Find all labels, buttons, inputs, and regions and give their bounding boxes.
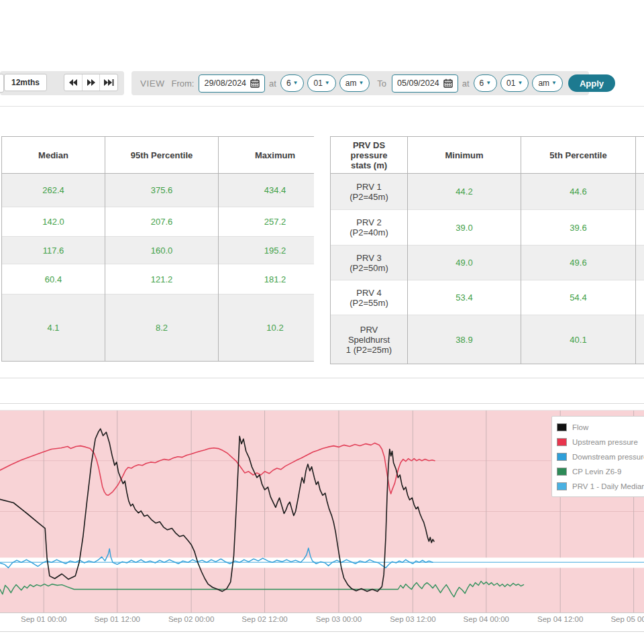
flow-stats-table: Median95th PercentileMaximum262.4375.643…	[1, 136, 314, 362]
value-cell: 10.2	[219, 294, 315, 362]
value-cell: 49.6	[521, 246, 636, 280]
legend-item[interactable]: PRV 1 - Daily Median	[557, 479, 644, 494]
table-row: 4.18.210.2	[2, 294, 315, 362]
from-date-input[interactable]: 29/08/2024	[199, 74, 265, 93]
legend-item[interactable]: Flow	[557, 420, 644, 435]
from-label: From:	[172, 78, 195, 89]
from-minute-value: 01	[313, 78, 322, 88]
legend-swatch	[557, 423, 567, 431]
rewind-icon	[68, 78, 78, 87]
column-header: Maximum	[219, 137, 315, 174]
to-date-input[interactable]: 05/09/2024	[392, 74, 458, 93]
chevron-down-icon: ▼	[293, 80, 299, 86]
value-cell: 257.2	[219, 207, 315, 237]
value-cell	[636, 315, 644, 364]
legend-label: Downstream pressure	[572, 453, 644, 461]
table-row: PRV 1 (P2=45m)44.244.6	[331, 174, 644, 210]
toolbar-view-group: VIEW From: 29/08/2024 at 6 ▼ 01 ▼ am ▼	[131, 71, 589, 95]
column-header: 95th Percentile	[105, 137, 219, 174]
row-header-cell: PRV Speldhurst 1 (P2=25m)	[331, 315, 408, 364]
chevron-down-icon: ▼	[486, 80, 491, 86]
rewind-button[interactable]	[64, 74, 82, 91]
divider	[0, 378, 644, 378]
nav-button-group	[64, 74, 118, 91]
legend-label: Upstream pressure	[572, 438, 638, 446]
value-cell	[636, 246, 644, 280]
period-button-12mths[interactable]: 12mths	[4, 74, 47, 91]
legend-swatch	[557, 453, 567, 461]
at-label: at	[269, 78, 276, 89]
value-cell: 53.4	[408, 280, 521, 315]
table-row: PRV Speldhurst 1 (P2=25m)38.940.1	[331, 315, 644, 364]
chevron-down-icon: ▼	[358, 80, 364, 86]
from-hour-value: 6	[286, 78, 291, 88]
table-row: PRV 2 (P2=40m)39.039.6	[331, 210, 644, 246]
chart-canvas	[0, 410, 644, 613]
plot-area	[0, 410, 644, 613]
row-header-cell: PRV 2 (P2=40m)	[331, 210, 408, 246]
value-cell: 54.4	[521, 280, 636, 315]
skip-to-end-icon	[104, 78, 114, 87]
x-axis-label: Sep 03 00:00	[316, 615, 362, 623]
pressure-stats-table: PRV DS pressure stats (m)Minimum5th Perc…	[330, 136, 644, 364]
fast-forward-button[interactable]	[82, 74, 100, 91]
to-minute-value: 01	[506, 78, 515, 88]
chevron-down-icon: ▼	[517, 80, 523, 86]
calendar-icon	[250, 78, 260, 88]
page: 12mths VIEW From: 29/	[0, 0, 644, 644]
value-cell: 8.2	[105, 294, 219, 362]
calendar-icon	[443, 78, 453, 88]
table-row: PRV 4 (P2=55m)53.454.4	[331, 280, 644, 315]
column-header: PRV DS pressure stats (m)	[331, 137, 408, 174]
from-ampm-select[interactable]: am ▼	[339, 74, 370, 92]
to-ampm-select[interactable]: am ▼	[532, 74, 563, 92]
row-header-cell: PRV 1 (P2=45m)	[331, 174, 408, 210]
value-cell: 39.6	[521, 210, 636, 246]
legend-item[interactable]: CP Levin Z6-9	[557, 464, 644, 479]
value-cell: 49.0	[408, 246, 521, 280]
legend-swatch	[557, 482, 567, 490]
value-cell: 121.2	[105, 264, 219, 294]
value-cell: 195.2	[219, 237, 315, 264]
legend-label: Flow	[572, 423, 588, 431]
divider	[0, 106, 644, 107]
value-cell: 142.0	[2, 207, 105, 237]
apply-button[interactable]: Apply	[568, 74, 615, 92]
skip-to-end-button[interactable]	[99, 74, 117, 91]
value-cell: 40.1	[521, 315, 636, 364]
value-cell: 38.9	[408, 315, 521, 364]
value-cell: 434.4	[219, 174, 315, 207]
legend-item[interactable]: Downstream pressure	[557, 449, 644, 464]
from-minute-select[interactable]: 01 ▼	[307, 74, 335, 92]
legend-swatch	[557, 468, 567, 476]
table-row: 262.4375.6434.4	[2, 174, 315, 207]
x-axis-label: Sep 05 00:00	[610, 615, 644, 623]
value-cell: 44.6	[521, 174, 636, 210]
from-ampm-value: am	[345, 78, 357, 88]
value-cell: 44.2	[408, 174, 521, 210]
column-header	[636, 137, 644, 174]
to-hour-select[interactable]: 6 ▼	[474, 74, 498, 92]
value-cell	[636, 210, 644, 246]
column-header: 5th Percentile	[521, 137, 636, 174]
x-axis-label: Sep 04 00:00	[464, 615, 509, 623]
to-minute-select[interactable]: 01 ▼	[500, 74, 529, 92]
table-header-row: Median95th PercentileMaximum	[2, 137, 315, 174]
to-label: To	[377, 78, 386, 89]
value-cell: 60.4	[2, 264, 105, 294]
column-header: Median	[2, 137, 105, 174]
from-hour-select[interactable]: 6 ▼	[280, 74, 305, 92]
chevron-down-icon: ▼	[551, 80, 557, 86]
to-ampm-value: am	[538, 78, 549, 88]
at-label: at	[462, 78, 470, 89]
value-cell	[636, 280, 644, 315]
legend-label: CP Levin Z6-9	[572, 468, 621, 476]
legend-item[interactable]: Upstream pressure	[557, 435, 644, 449]
row-header-cell: PRV 4 (P2=55m)	[331, 280, 408, 315]
value-cell: 39.0	[408, 210, 521, 246]
value-cell	[636, 174, 644, 210]
x-axis-label: Sep 04 12:00	[537, 615, 583, 623]
column-header: Minimum	[408, 137, 521, 174]
divider	[0, 631, 644, 632]
view-label: VIEW	[140, 78, 165, 89]
